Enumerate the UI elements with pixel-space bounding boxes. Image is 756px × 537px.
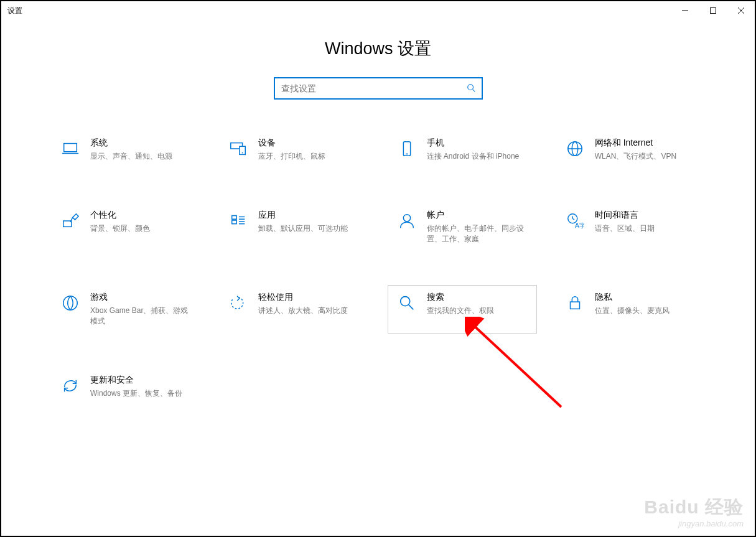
tile-system[interactable]: 系统 显示、声音、通知、电源 (51, 131, 200, 169)
search-input[interactable] (281, 83, 467, 93)
tile-desc: WLAN、飞行模式、VPN (595, 151, 697, 162)
time-language-icon: A字 (564, 210, 586, 232)
maximize-button[interactable] (699, 1, 727, 20)
svg-point-30 (400, 297, 409, 306)
watermark: Baidu 经验 jingyan.baidu.com (644, 495, 744, 530)
svg-point-10 (242, 152, 243, 154)
pencil-icon (59, 210, 82, 232)
tile-personalization[interactable]: 个性化 背景、锁屏、颜色 (51, 203, 200, 251)
svg-line-27 (572, 218, 574, 220)
tile-title: 网络和 Internet (595, 138, 697, 149)
tile-desc: 你的帐户、电子邮件、同步设置、工作、家庭 (427, 223, 529, 245)
person-icon (396, 210, 418, 232)
tile-desc: 背景、锁屏、颜色 (90, 223, 192, 234)
svg-rect-6 (64, 144, 77, 152)
tile-title: 个性化 (90, 210, 192, 221)
tile-desc: 显示、声音、通知、电源 (90, 151, 192, 162)
tile-desc: 卸载、默认应用、可选功能 (258, 223, 360, 234)
ease-icon (227, 292, 250, 314)
update-icon (59, 375, 82, 397)
tile-title: 更新和安全 (90, 375, 192, 386)
svg-rect-1 (710, 8, 716, 14)
tile-phone[interactable]: 手机 连接 Android 设备和 iPhone (388, 131, 537, 169)
search-icon (467, 83, 475, 94)
tile-time-language[interactable]: A字 时间和语言 语音、区域、日期 (556, 203, 705, 251)
tile-ease-of-access[interactable]: 轻松使用 讲述人、放大镜、高对比度 (219, 285, 368, 334)
watermark-url: jingyan.baidu.com (644, 519, 744, 530)
tile-network[interactable]: 网络和 Internet WLAN、飞行模式、VPN (556, 131, 705, 169)
globe-icon (564, 138, 586, 160)
tile-devices[interactable]: 设备 蓝牙、打印机、鼠标 (219, 131, 368, 169)
tile-title: 轻松使用 (258, 292, 360, 303)
svg-point-24 (403, 214, 410, 221)
tile-desc: 讲述人、放大镜、高对比度 (258, 306, 360, 316)
page-heading: Windows 设置 (1, 37, 755, 60)
tile-update-security[interactable]: 更新和安全 Windows 更新、恢复、备份 (51, 368, 200, 406)
tile-desc: Xbox Game Bar、捕获、游戏模式 (90, 306, 192, 327)
tile-title: 时间和语言 (595, 210, 697, 221)
window-controls (671, 1, 755, 20)
tile-desc: 连接 Android 设备和 iPhone (427, 151, 529, 162)
tile-desc: 位置、摄像头、麦克风 (595, 306, 697, 316)
titlebar: 设置 (1, 1, 755, 20)
phone-icon (396, 138, 418, 160)
tile-title: 帐户 (427, 210, 529, 221)
tile-desc: Windows 更新、恢复、备份 (90, 388, 192, 399)
close-button[interactable] (727, 1, 755, 20)
minimize-button[interactable] (671, 1, 699, 20)
svg-point-29 (63, 296, 78, 311)
gaming-icon (59, 292, 82, 314)
search-box[interactable] (274, 77, 483, 100)
svg-rect-19 (232, 220, 237, 224)
tile-privacy[interactable]: 隐私 位置、摄像头、麦克风 (556, 285, 705, 334)
tile-desc: 语音、区域、日期 (595, 223, 697, 234)
svg-rect-18 (232, 215, 237, 219)
tile-desc: 查找我的文件、权限 (427, 306, 529, 316)
tile-title: 手机 (427, 138, 529, 149)
lock-icon (564, 292, 586, 314)
tile-desc: 蓝牙、打印机、鼠标 (258, 151, 360, 162)
apps-icon (227, 210, 250, 232)
tile-title: 设备 (258, 138, 360, 149)
svg-text:A字: A字 (575, 222, 584, 229)
tile-title: 搜索 (427, 292, 529, 303)
svg-line-31 (408, 305, 413, 310)
tile-accounts[interactable]: 帐户 你的帐户、电子邮件、同步设置、工作、家庭 (388, 203, 537, 251)
svg-point-4 (467, 84, 473, 90)
tile-title: 系统 (90, 138, 192, 149)
watermark-brand: Baidu 经验 (644, 495, 744, 519)
tile-title: 隐私 (595, 292, 697, 303)
tile-title: 游戏 (90, 292, 192, 303)
svg-line-5 (472, 89, 475, 91)
devices-icon (227, 138, 250, 160)
laptop-icon (59, 138, 82, 160)
tile-search[interactable]: 搜索 查找我的文件、权限 (388, 285, 537, 334)
tile-title: 应用 (258, 210, 360, 221)
svg-rect-32 (570, 302, 579, 309)
tile-gaming[interactable]: 游戏 Xbox Game Bar、捕获、游戏模式 (51, 285, 200, 334)
window-title: 设置 (7, 6, 22, 16)
search-tile-icon (396, 292, 418, 314)
tile-apps[interactable]: 应用 卸载、默认应用、可选功能 (219, 203, 368, 251)
